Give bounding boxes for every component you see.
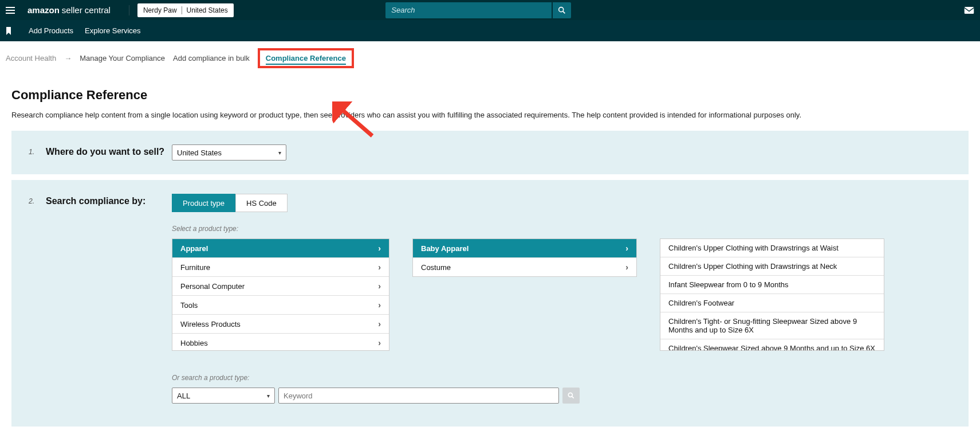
topbar: amazon seller central Nerdy Paw United S… [0, 0, 980, 20]
category-listbox-1[interactable]: Apparel› Furniture› Personal Computer› T… [172, 238, 389, 351]
filter-category-select[interactable]: ALL ▾ [172, 388, 275, 404]
logo[interactable]: amazon seller central [27, 5, 111, 15]
tab-add-bulk[interactable]: Add compliance in bulk [173, 54, 250, 62]
product-type-browser: Apparel› Furniture› Personal Computer› T… [172, 238, 951, 351]
category-column-1: Apparel› Furniture› Personal Computer› T… [172, 238, 389, 351]
bookmark-icon[interactable] [6, 27, 11, 35]
menu-explore-services[interactable]: Explore Services [85, 26, 141, 35]
logo-text-amazon: amazon [27, 5, 60, 15]
account-name: Nerdy Paw [143, 6, 177, 14]
tab-compliance-reference[interactable]: Compliance Reference [266, 54, 346, 65]
svg-point-0 [559, 7, 564, 11]
marketplace-select[interactable]: United States ▾ [172, 144, 286, 161]
list-item[interactable]: Children's Tight- or Snug-fitting Sleepw… [660, 312, 884, 339]
breadcrumb-root[interactable]: Account Health [6, 54, 56, 62]
list-item[interactable]: Wireless Products› [172, 315, 389, 334]
search-input[interactable] [385, 2, 552, 18]
list-item[interactable]: Costume› [413, 258, 636, 276]
filter-category-value: ALL [177, 392, 190, 400]
toggle-product-type[interactable]: Product type [172, 194, 235, 212]
marketplace-value: United States [177, 148, 222, 157]
select-product-hint: Select a product type: [172, 225, 951, 233]
chevron-right-icon: › [378, 319, 381, 328]
search-button[interactable] [553, 2, 571, 18]
step-1-section: 1. Where do you want to sell? United Sta… [11, 131, 969, 174]
tab-manage-compliance[interactable]: Manage Your Compliance [80, 54, 165, 62]
logo-text-seller: seller central [62, 5, 111, 15]
list-item[interactable]: Children's Footwear [660, 294, 884, 312]
category-column-2: Baby Apparel› Costume› [412, 238, 637, 351]
list-item[interactable]: Children's Upper Clothing with Drawstrin… [660, 239, 884, 257]
step-1-number: 1. [29, 144, 46, 161]
divider [129, 5, 129, 15]
svg-line-1 [563, 11, 565, 13]
hamburger-menu-icon[interactable] [6, 5, 17, 16]
chevron-right-icon: › [378, 244, 381, 253]
toggle-hs-code[interactable]: HS Code [235, 194, 288, 212]
category-listbox-3[interactable]: Children's Upper Clothing with Drawstrin… [660, 238, 884, 351]
step-2-label: Search compliance by: [46, 194, 172, 404]
chevron-right-icon: › [378, 338, 381, 347]
chevron-right-icon: → [64, 54, 72, 62]
step-2-number: 2. [29, 194, 46, 404]
list-item[interactable]: Baby Apparel› [413, 239, 636, 258]
chevron-right-icon: › [378, 281, 381, 291]
list-item[interactable]: Hobbies› [172, 334, 389, 351]
svg-rect-2 [965, 7, 974, 14]
list-item[interactable]: Infant Sleepwear from 0 to 9 Months [660, 276, 884, 294]
account-region: United States [187, 6, 228, 14]
list-item[interactable]: Children's Sleepwear Sized above 9 Month… [660, 339, 884, 351]
category-column-3: Children's Upper Clothing with Drawstrin… [660, 238, 884, 351]
step-2-section: 2. Search compliance by: Product type HS… [11, 180, 969, 427]
account-switcher[interactable]: Nerdy Paw United States [137, 3, 234, 17]
chevron-down-icon: ▾ [267, 393, 270, 399]
step-1-label: Where do you want to sell? [46, 144, 172, 161]
list-item[interactable]: Children's Upper Clothing with Drawstrin… [660, 257, 884, 276]
search-icon [557, 6, 566, 15]
svg-point-4 [568, 393, 572, 397]
breadcrumb-tabs: Account Health → Manage Your Compliance … [0, 41, 980, 75]
list-item[interactable]: Tools› [172, 296, 389, 315]
chevron-right-icon: › [625, 244, 628, 253]
keyword-search-button[interactable] [562, 388, 580, 404]
page-title: Compliance Reference [11, 88, 969, 103]
search-icon [567, 392, 575, 400]
search-mode-toggle: Product type HS Code [172, 194, 951, 212]
list-item[interactable]: Apparel› [172, 239, 389, 258]
list-item[interactable]: Personal Computer› [172, 277, 389, 296]
menu-add-products[interactable]: Add Products [29, 26, 73, 35]
chevron-down-icon: ▾ [278, 150, 281, 156]
mail-icon[interactable] [723, 6, 974, 14]
annotation-highlight-box: Compliance Reference [258, 48, 354, 68]
product-search-row: ALL ▾ [172, 388, 951, 404]
svg-line-5 [572, 396, 573, 398]
chevron-right-icon: › [378, 300, 381, 310]
keyword-input[interactable] [278, 388, 559, 404]
category-listbox-2[interactable]: Baby Apparel› Costume› [412, 238, 637, 277]
chevron-right-icon: › [378, 263, 381, 272]
chevron-right-icon: › [625, 263, 628, 272]
page-description: Research compliance help content from a … [11, 111, 969, 119]
list-item[interactable]: Furniture› [172, 258, 389, 277]
search-product-hint: Or search a product type: [172, 374, 951, 382]
page-content: Compliance Reference Research compliance… [0, 75, 980, 438]
search-wrap [385, 2, 571, 18]
menubar: Add Products Explore Services [0, 20, 980, 41]
